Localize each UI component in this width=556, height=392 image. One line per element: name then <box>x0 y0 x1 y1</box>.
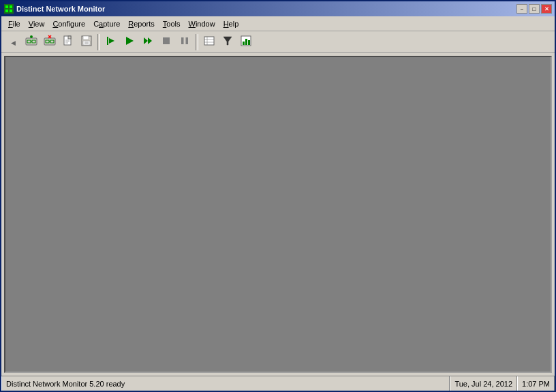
back-button[interactable] <box>4 34 22 50</box>
menu-item-help[interactable]: Help <box>219 18 243 29</box>
svg-rect-18 <box>68 36 71 39</box>
minimize-button[interactable]: − <box>516 4 527 14</box>
title-bar: Distinct Network Monitor − □ ✕ <box>1 1 555 16</box>
stop-button[interactable] <box>157 34 175 50</box>
network-close-button[interactable] <box>41 34 59 50</box>
svg-marker-27 <box>109 38 114 44</box>
filter-button[interactable] <box>219 34 236 50</box>
close-button[interactable]: ✕ <box>541 4 552 14</box>
svg-rect-12 <box>50 40 54 43</box>
svg-marker-30 <box>148 37 152 44</box>
pause-button[interactable] <box>176 34 194 50</box>
svg-rect-25 <box>84 42 89 44</box>
svg-marker-38 <box>223 37 232 45</box>
chart-button[interactable] <box>237 34 255 50</box>
save-button[interactable] <box>78 34 95 50</box>
menu-bar: File View Configure Capture Reports Tool… <box>1 16 555 31</box>
svg-rect-11 <box>46 40 49 43</box>
play-icon <box>124 35 135 48</box>
status-date-segment: Tue, Jul 24, 2012 <box>450 376 517 391</box>
svg-rect-6 <box>27 40 31 43</box>
main-window: Distinct Network Monitor − □ ✕ File View… <box>0 0 556 392</box>
title-bar-left: Distinct Network Monitor <box>4 4 105 14</box>
menu-item-tools[interactable]: Tools <box>159 18 185 29</box>
main-area <box>1 53 555 376</box>
svg-rect-2 <box>10 5 12 8</box>
toolbar <box>1 31 555 53</box>
net-close-icon <box>44 35 56 49</box>
list-button[interactable] <box>200 34 218 50</box>
list-icon <box>204 35 215 48</box>
status-date: Tue, Jul 24, 2012 <box>454 380 512 388</box>
svg-rect-7 <box>32 40 35 43</box>
svg-rect-41 <box>245 39 247 45</box>
content-area <box>4 56 552 373</box>
play-start-icon <box>106 35 117 48</box>
svg-rect-42 <box>248 40 250 45</box>
status-time-segment: 1:07 PM <box>517 376 555 391</box>
status-text: Distinct Network Monitor 5.20 ready <box>6 380 125 388</box>
stop-icon <box>161 35 172 48</box>
svg-rect-1 <box>5 5 8 8</box>
save-icon <box>81 35 92 48</box>
net-open-icon <box>25 35 37 49</box>
menu-item-capture[interactable]: Capture <box>89 18 124 29</box>
fast-forward-icon <box>142 35 153 48</box>
svg-marker-28 <box>126 37 134 45</box>
fast-forward-button[interactable] <box>139 34 157 50</box>
svg-rect-4 <box>10 10 12 12</box>
maximize-button[interactable]: □ <box>529 4 540 14</box>
svg-rect-34 <box>204 37 214 45</box>
status-text-segment: Distinct Network Monitor 5.20 ready <box>1 376 450 391</box>
play-button[interactable] <box>121 34 138 50</box>
separator-2 <box>196 34 198 50</box>
arrow-back-icon <box>11 37 16 47</box>
chart-icon <box>241 35 251 48</box>
separator-1 <box>97 34 100 50</box>
menu-item-configure[interactable]: Configure <box>48 18 89 29</box>
svg-rect-33 <box>186 37 189 44</box>
svg-rect-3 <box>5 10 8 12</box>
svg-rect-40 <box>243 42 245 45</box>
menu-item-window[interactable]: Window <box>185 18 219 29</box>
status-bar: Distinct Network Monitor 5.20 ready Tue,… <box>1 376 555 391</box>
menu-item-view[interactable]: View <box>25 18 49 29</box>
pause-icon <box>179 35 190 48</box>
new-doc-button[interactable] <box>59 34 77 50</box>
svg-rect-31 <box>163 37 170 44</box>
svg-point-9 <box>30 35 33 38</box>
menu-item-reports[interactable]: Reports <box>124 18 159 29</box>
filter-icon <box>222 35 233 48</box>
window-icon <box>4 4 14 14</box>
status-time: 1:07 PM <box>522 380 550 388</box>
play-start-button[interactable] <box>102 34 120 50</box>
network-open-button[interactable] <box>22 34 40 50</box>
svg-rect-32 <box>181 37 184 44</box>
new-doc-icon <box>63 35 74 48</box>
window-title: Distinct Network Monitor <box>16 5 105 13</box>
svg-marker-29 <box>144 37 148 44</box>
window-controls: − □ ✕ <box>516 4 552 14</box>
svg-rect-23 <box>83 36 89 39</box>
menu-item-file[interactable]: File <box>4 18 25 29</box>
